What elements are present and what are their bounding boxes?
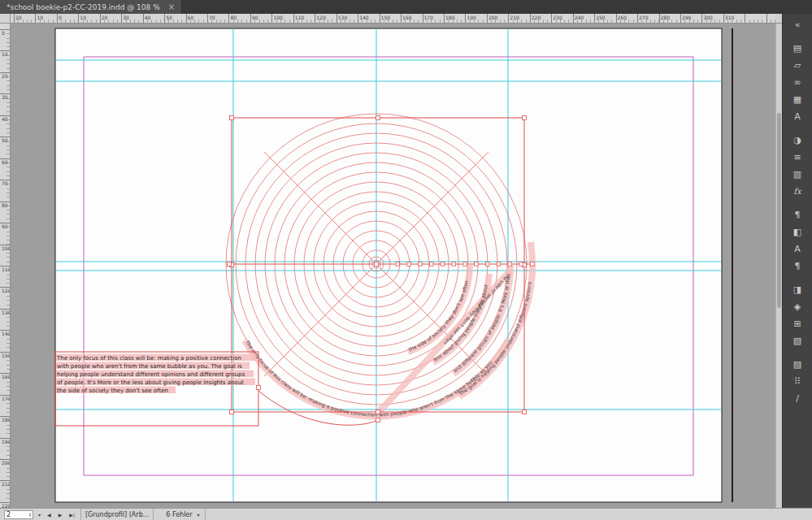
scrollbar-spacer	[775, 14, 782, 24]
page-number-value: 2	[7, 511, 11, 518]
status-divider	[153, 509, 154, 520]
ruler-h-number: 200	[489, 15, 497, 20]
effects-icon[interactable]: fx	[783, 183, 812, 200]
ruler-origin-corner[interactable]	[0, 14, 11, 24]
ruler-h-number: 210	[510, 15, 519, 20]
ruler-h-number: 300	[703, 15, 712, 20]
ruler-v-number: 140	[2, 331, 11, 336]
center-point-handle[interactable]	[375, 262, 379, 266]
workspace: 2010010203040506070809010011012013014015…	[0, 14, 782, 508]
horizontal-ruler[interactable]: 2010010203040506070809010011012013014015…	[11, 14, 775, 24]
ruler-h-number: 190	[467, 15, 475, 20]
paragraph-styles-icon[interactable]: ¶	[783, 258, 812, 275]
ruler-h-number: 20	[102, 15, 108, 20]
table-icon[interactable]: ⊞	[783, 315, 812, 332]
ruler-h-number: 60	[188, 15, 194, 20]
ruler-v-number: 180	[2, 417, 11, 422]
object-styles-icon[interactable]: ◨	[783, 281, 812, 298]
ruler-h-number: 20	[15, 15, 22, 20]
ruler-h-number: 80	[231, 15, 237, 20]
previous-page-button[interactable]: ◀	[46, 512, 53, 518]
pen-icon[interactable]: ∕	[783, 390, 812, 407]
ruler-v-number: 90	[2, 223, 8, 229]
pages-icon[interactable]: ▤	[783, 40, 812, 57]
paragraph-line: the side of society they don't see often	[57, 388, 168, 394]
page-spinner[interactable]: ▴ ▾	[29, 512, 31, 517]
paragraph-line: with people who aren't from the same bub…	[57, 363, 242, 370]
ruler-h-number: 10	[37, 15, 43, 20]
document-tab-bar: *school boekie-p2-CC-2019.indd @ 108 % ×	[0, 0, 812, 14]
ruler-h-number: 260	[618, 15, 627, 20]
paragraph-icon[interactable]: ¶	[783, 206, 812, 223]
ruler-h-number: 0	[59, 15, 62, 20]
character-styles-icon[interactable]: A	[783, 240, 812, 258]
preflight-status[interactable]: 6 Fehler	[158, 511, 192, 518]
stroke-icon[interactable]: ≡	[783, 149, 812, 166]
line-end-handle[interactable]	[228, 262, 232, 266]
text-frame-outport-handle[interactable]	[257, 386, 261, 390]
ruler-h-number: 30	[123, 15, 129, 20]
ruler-v-number: 70	[2, 180, 8, 186]
pasteboard[interactable]: The only focus of this class will be: ma…	[11, 24, 775, 508]
text-wrap-icon[interactable]: ◧	[783, 223, 812, 240]
collapse-panels-icon[interactable]: «	[783, 16, 812, 33]
layers-icon[interactable]: ▱	[783, 57, 812, 74]
vertical-ruler[interactable]: 0102030405060708090100110120130140150160…	[0, 24, 11, 508]
ruler-h-number: 310	[725, 15, 734, 20]
ruler-v-number: 50	[2, 137, 8, 143]
glyphs-icon[interactable]: A	[783, 108, 812, 125]
ruler-v-number: 210	[2, 481, 11, 487]
page[interactable]	[55, 28, 722, 502]
document-title: *school boekie-p2-CC-2019.indd @ 108 %	[7, 3, 160, 11]
ruler-h-number: 50	[166, 15, 172, 20]
ruler-v-number: 120	[2, 288, 11, 293]
status-divider	[80, 509, 81, 520]
ruler-h-number: 110	[295, 15, 304, 20]
vertical-scrollbar-thumb[interactable]	[777, 113, 781, 308]
ruler-v-number: 100	[2, 245, 11, 251]
preflight-dropdown-icon[interactable]: ▾	[197, 512, 201, 518]
page-number-field[interactable]: 2 ▴ ▾	[4, 510, 33, 519]
ruler-v-number: 170	[2, 396, 11, 401]
vertical-scrollbar[interactable]	[775, 24, 782, 508]
ruler-v-number: 40	[2, 116, 8, 122]
last-page-button[interactable]: ▶|	[67, 512, 76, 518]
ruler-v-number: 60	[2, 159, 8, 165]
paragraph-line: helping people understand different opin…	[57, 371, 245, 378]
align-icon[interactable]: ⠿	[783, 373, 812, 390]
ruler-h-number: 120	[316, 15, 325, 20]
ruler-v-number: 160	[2, 374, 11, 379]
page-dropdown-icon[interactable]: ▾	[37, 512, 41, 518]
ruler-h-number: 230	[553, 15, 562, 20]
preflight-error-icon	[158, 512, 163, 518]
ruler-v-number: 220	[2, 503, 11, 508]
ruler-h-number: 40	[145, 15, 151, 20]
ruler-h-number: 280	[661, 15, 670, 20]
gradient-icon[interactable]: ▥	[783, 166, 812, 183]
links-icon[interactable]: ∞	[783, 74, 812, 91]
ruler-h-number: 130	[338, 15, 347, 20]
swatches-icon[interactable]: ▦	[783, 91, 812, 108]
ruler-v-number: 110	[2, 266, 11, 272]
panel-dock: «▤▱∞▦A◑≡▥fx¶◧A¶◨◈⊞▧▨⠿∕	[782, 14, 812, 508]
pathfinder-icon[interactable]: ◈	[783, 298, 812, 315]
preflight-profile-dropdown[interactable]: [Grundprofil] (Arb...	[85, 511, 149, 518]
ruler-h-number: 270	[639, 15, 648, 20]
document-tab[interactable]: *school boekie-p2-CC-2019.indd @ 108 % ×	[0, 0, 182, 14]
status-divider	[205, 509, 206, 520]
spinner-down-icon: ▾	[29, 514, 31, 517]
ruler-h-number: 250	[596, 15, 605, 20]
path-start-handle[interactable]	[376, 418, 380, 422]
close-icon[interactable]: ×	[168, 3, 175, 11]
table-styles-icon[interactable]: ▨	[783, 356, 812, 373]
ruler-h-number: 150	[381, 15, 390, 20]
ruler-h-number: 160	[402, 15, 411, 20]
ruler-v-number: 0	[2, 30, 5, 36]
next-page-button[interactable]: ▶	[57, 512, 64, 518]
status-bar: 2 ▴ ▾ ▾ ◀ ▶ ▶| [Grundprofil] (Arb... 6 F…	[0, 508, 812, 520]
canvas-area[interactable]: The only focus of this class will be: ma…	[11, 24, 775, 508]
paragraph-line: of people. It's More or the less about g…	[57, 379, 244, 386]
cell-styles-icon[interactable]: ▧	[783, 332, 812, 349]
color-icon[interactable]: ◑	[783, 132, 812, 149]
ruler-h-number: 70	[209, 15, 215, 20]
